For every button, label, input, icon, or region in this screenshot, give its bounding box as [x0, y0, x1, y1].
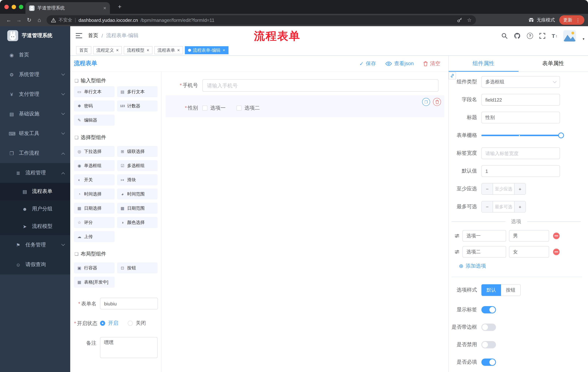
- border-toggle[interactable]: [481, 324, 496, 331]
- palette-item-editor[interactable]: ✎编辑器: [74, 115, 115, 126]
- gender-widget[interactable]: ❐ *性别 选项一 选项二: [166, 95, 444, 117]
- breadcrumb-home[interactable]: 首页: [88, 32, 98, 39]
- traffic-light-zoom[interactable]: [19, 5, 23, 9]
- sidebar-item-process-form[interactable]: ▤ 流程表单: [0, 183, 70, 200]
- checkbox-icon[interactable]: [202, 106, 207, 111]
- browser-tab[interactable]: 芋道管理系统 ×: [25, 2, 110, 14]
- font-size-icon[interactable]: T↕: [552, 32, 557, 39]
- option-value-input-2[interactable]: [509, 246, 549, 258]
- sidebar-item-infrastructure[interactable]: ▤ 基础设施: [0, 104, 70, 124]
- palette-item-counter[interactable]: 123计数器: [117, 100, 158, 111]
- tag-close-icon[interactable]: ×: [177, 48, 180, 53]
- github-icon[interactable]: [514, 32, 521, 39]
- palette-item-time-range[interactable]: ◕时间范围: [117, 189, 158, 200]
- palette-item-radio-group[interactable]: ◉单选框组: [74, 160, 115, 171]
- phone-input[interactable]: [202, 79, 439, 92]
- palette-item-select[interactable]: ◎下拉选择: [74, 146, 115, 157]
- tag-close-icon[interactable]: ×: [147, 48, 149, 53]
- clear-button[interactable]: 清空: [423, 60, 440, 67]
- tab-close-icon[interactable]: ×: [103, 5, 106, 11]
- checkbox-icon[interactable]: [237, 106, 242, 111]
- palette-item-password[interactable]: ✱密码: [74, 100, 115, 111]
- search-icon[interactable]: [502, 32, 508, 39]
- save-button[interactable]: ✓ 保存: [359, 60, 376, 67]
- title-input[interactable]: [481, 112, 560, 123]
- palette-item-upload[interactable]: ☁上传: [74, 231, 115, 242]
- default-value-input[interactable]: [481, 165, 560, 177]
- browser-menu-icon[interactable]: ⋮: [576, 17, 580, 23]
- sidebar-item-dashboard[interactable]: ◉ 首页: [0, 45, 70, 65]
- option-name-input-2[interactable]: [462, 246, 506, 258]
- palette-item-color-picker[interactable]: ◑颜色选择: [117, 217, 158, 228]
- minus-button[interactable]: −: [482, 183, 493, 194]
- palette-item-switch[interactable]: ◐开关: [74, 174, 115, 185]
- field-name-input[interactable]: [481, 94, 560, 106]
- sidebar-item-leave-query[interactable]: ☺ 请假查询: [0, 255, 70, 275]
- avatar[interactable]: [563, 30, 576, 41]
- delete-widget-button[interactable]: [433, 98, 441, 106]
- plus-button[interactable]: +: [514, 183, 525, 194]
- view-json-button[interactable]: 查看json: [386, 60, 414, 67]
- palette-item-cascader[interactable]: ⊞级联选择: [117, 146, 158, 157]
- sidebar-item-process-model[interactable]: ➤ 流程模型: [0, 218, 70, 235]
- palette-item-multi-text[interactable]: ▤多行文本: [117, 86, 158, 97]
- palette-item-checkbox-group[interactable]: ☑多选框组: [117, 160, 158, 171]
- tag-close-icon[interactable]: ×: [116, 48, 119, 53]
- slider-handle[interactable]: [558, 132, 564, 138]
- key-icon[interactable]: [457, 18, 462, 22]
- component-type-select[interactable]: 多选框组: [481, 76, 560, 88]
- form-grid-slider[interactable]: [481, 130, 561, 141]
- palette-item-date-picker[interactable]: ▦日期选择: [74, 203, 115, 214]
- form-name-input[interactable]: [100, 298, 158, 309]
- app-logo-row[interactable]: 芋道管理系统: [0, 26, 70, 45]
- tag-process-definition[interactable]: 流程定义 ×: [93, 46, 122, 54]
- label-width-input[interactable]: [481, 148, 560, 159]
- home-button[interactable]: ⌂: [34, 14, 44, 26]
- tag-home[interactable]: 首页: [76, 46, 91, 54]
- link-chip[interactable]: [449, 72, 456, 79]
- tag-process-form[interactable]: 流程表单 ×: [154, 46, 183, 54]
- tag-process-model[interactable]: 流程模型 ×: [124, 46, 152, 54]
- update-button[interactable]: 更新 ⋮: [559, 15, 584, 25]
- help-icon[interactable]: ?: [527, 32, 533, 39]
- fullscreen-icon[interactable]: [539, 32, 546, 39]
- drag-handle-icon[interactable]: [454, 250, 460, 254]
- back-button[interactable]: ←: [4, 14, 14, 26]
- status-radio-on[interactable]: 开启: [100, 320, 118, 327]
- reload-button[interactable]: ↻: [24, 14, 34, 26]
- option-value-input-1[interactable]: [509, 230, 549, 242]
- sidebar-item-user-group[interactable]: ☻ 用户分组: [0, 200, 70, 218]
- palette-item-button[interactable]: ⊡按钮: [117, 262, 158, 273]
- tab-form-props[interactable]: 表单属性: [518, 56, 588, 71]
- palette-item-table[interactable]: ▦表格[开发中]: [74, 277, 115, 287]
- add-option-button[interactable]: ⊕ 添加选项: [459, 263, 588, 269]
- status-radio-off[interactable]: 关闭: [128, 320, 146, 327]
- stepper-value[interactable]: 最多可选: [493, 201, 514, 212]
- bookmark-star-icon[interactable]: ☆: [467, 17, 472, 23]
- sidebar-item-process-management[interactable]: ≣ 流程管理: [0, 163, 70, 183]
- slider-track[interactable]: [481, 135, 561, 136]
- plus-button[interactable]: +: [514, 201, 525, 212]
- new-tab-button[interactable]: +: [116, 3, 124, 11]
- avatar-caret-icon[interactable]: ▾: [583, 37, 584, 41]
- sidebar-item-task-management[interactable]: ⚑ 任务管理: [0, 235, 70, 255]
- required-toggle[interactable]: [481, 359, 496, 366]
- disabled-toggle[interactable]: [481, 341, 496, 348]
- forward-button[interactable]: →: [14, 14, 24, 26]
- show-label-toggle[interactable]: [481, 306, 496, 313]
- palette-item-date-range[interactable]: ▩日期范围: [117, 203, 158, 214]
- style-button-button[interactable]: 按钮: [501, 284, 521, 296]
- remove-option-button-1[interactable]: [553, 233, 560, 239]
- palette-item-single-text[interactable]: ▭单行文本: [74, 86, 115, 97]
- sidebar-item-system[interactable]: ⚙ 系统管理: [0, 65, 70, 85]
- tag-close-icon[interactable]: ×: [223, 48, 225, 53]
- checkbox-option-2[interactable]: 选项二: [237, 105, 260, 111]
- security-label[interactable]: 不安全: [59, 17, 72, 23]
- palette-item-row-container[interactable]: ▣行容器: [74, 262, 115, 273]
- traffic-light-close[interactable]: [4, 5, 9, 9]
- style-default-button[interactable]: 默认: [481, 284, 501, 296]
- option-name-input-1[interactable]: [462, 230, 506, 242]
- minus-button[interactable]: −: [482, 201, 493, 212]
- remark-textarea[interactable]: 嘿嘿: [100, 337, 158, 358]
- copy-widget-button[interactable]: ❐: [422, 98, 430, 106]
